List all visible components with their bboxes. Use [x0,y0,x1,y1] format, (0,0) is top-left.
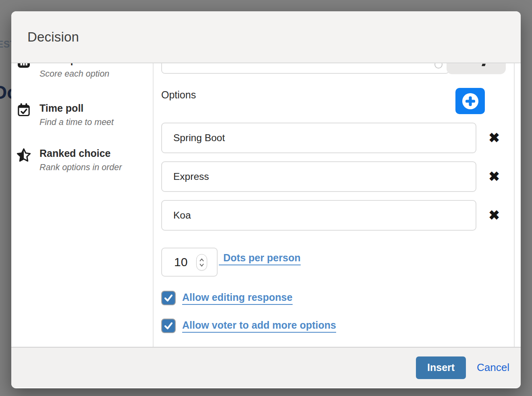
dots-per-person-label[interactable]: Dots per person [219,252,301,265]
decision-modal: Decision Score poll Score each option [11,11,521,388]
allow-add-options-checkbox[interactable] [161,319,176,333]
sidebar-item-subtitle: Find a time to meet [39,117,114,128]
remove-option-button[interactable]: ✖ [486,130,502,146]
allow-add-options-label[interactable]: Allow voter to add more options [182,319,336,333]
sidebar-item-subtitle: Score each option [39,68,109,79]
sidebar-item-subtitle: Rank options in order [39,162,122,173]
modal-footer: Insert Cancel [11,347,521,388]
question-type-button-partial[interactable] [447,63,506,74]
option-input[interactable] [161,161,476,192]
sidebar-item-title: Ranked choice [39,147,122,159]
time-poll-icon [16,103,31,118]
sidebar-item-title: Score poll [39,63,109,66]
allow-editing-label[interactable]: Allow editing response [182,292,293,305]
modal-title: Decision [27,29,79,45]
sidebar-item-ranked-choice[interactable]: Ranked choice Rank options in order [16,147,122,173]
plus-circle-icon [462,93,479,110]
x-icon: ✖ [488,131,500,145]
options-label: Options [161,89,196,101]
clipped-text-fragment [482,64,486,66]
partial-circle-icon [434,63,443,69]
allow-editing-row: Allow editing response [161,291,293,305]
score-poll-icon [16,63,31,70]
option-input[interactable] [161,123,476,153]
sidebar-item-title: Time poll [39,102,114,114]
x-icon: ✖ [488,208,500,223]
poll-type-sidebar: Score poll Score each option Time poll [11,63,153,347]
dots-per-person-input[interactable] [162,248,196,276]
stepper-chevrons-icon [199,257,204,268]
x-icon: ✖ [488,169,500,184]
ranked-choice-icon [16,148,31,163]
remove-option-button[interactable]: ✖ [486,208,502,223]
insert-button[interactable]: Insert [416,356,466,379]
remove-option-button[interactable]: ✖ [486,169,502,184]
poll-form-panel: Options ✖ ✖ ✖ [153,63,515,347]
check-icon [163,321,174,331]
allow-editing-checkbox[interactable] [161,291,176,305]
dots-per-person-field [161,248,218,277]
sidebar-item-time-poll[interactable]: Time poll Find a time to meet [16,102,114,128]
number-stepper[interactable] [196,254,207,271]
check-icon [163,293,174,303]
allow-add-options-row: Allow voter to add more options [161,319,336,333]
modal-header: Decision [11,11,521,63]
cancel-button[interactable]: Cancel [477,361,509,374]
question-input-partial[interactable] [161,63,449,74]
sidebar-item-score-poll[interactable]: Score poll Score each option [16,63,109,79]
add-option-button[interactable] [455,88,485,114]
modal-body: Score poll Score each option Time poll [11,63,521,347]
option-input[interactable] [161,200,476,231]
